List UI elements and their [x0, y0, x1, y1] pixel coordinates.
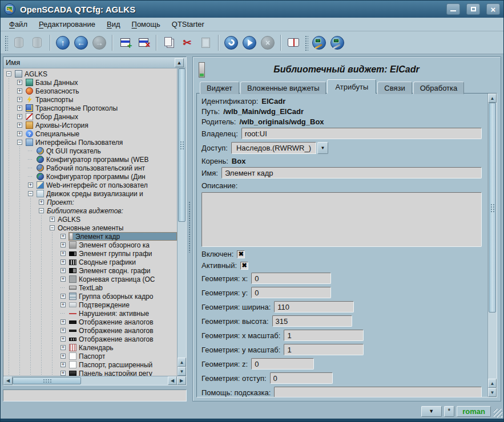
access-select[interactable]: Наследов.(RWRWR_) — [231, 142, 328, 154]
tree-vscroll-thumb[interactable] — [178, 68, 186, 222]
close-button[interactable]: × — [486, 3, 500, 15]
expand-expander-icon[interactable]: + — [61, 259, 66, 265]
tree-item[interactable]: −Основные элементы — [3, 224, 177, 232]
geom-y-input[interactable] — [251, 287, 331, 298]
name-input[interactable] — [221, 167, 482, 178]
expand-expander-icon[interactable]: + — [17, 80, 22, 85]
expand-expander-icon[interactable]: + — [39, 200, 44, 205]
menu-item[interactable]: Помощь — [127, 19, 166, 30]
expand-expander-icon[interactable]: + — [61, 294, 66, 299]
expand-expander-icon[interactable]: + — [28, 182, 33, 188]
collapse-expander-icon[interactable]: − — [6, 71, 11, 76]
expand-expander-icon[interactable]: + — [17, 105, 22, 111]
form-vscroll-thumb[interactable] — [489, 103, 496, 313]
cut-button[interactable]: ✂ — [178, 34, 196, 52]
expand-expander-icon[interactable]: + — [61, 336, 66, 342]
tree-item[interactable]: +Календарь — [3, 343, 177, 352]
go-back-button[interactable]: ← — [72, 34, 90, 52]
tab-обработка[interactable]: Обработка — [413, 82, 465, 94]
tree-scroll-down-button[interactable] — [178, 367, 186, 376]
owner-input[interactable] — [241, 128, 482, 139]
tree-item[interactable]: +AGLKS — [3, 215, 177, 224]
tree-item[interactable]: −AGLKS — [3, 70, 177, 78]
tree-item[interactable]: +Web-интерфейс от пользовател — [3, 181, 177, 189]
expand-expander-icon[interactable]: + — [17, 131, 22, 136]
tree-item[interactable]: +Безопасность — [3, 87, 177, 95]
expand-expander-icon[interactable]: + — [61, 354, 66, 359]
tab-атрибуты[interactable]: Атрибуты — [327, 79, 376, 94]
tree-item[interactable]: +Панель настройки регу — [3, 369, 177, 376]
expand-expander-icon[interactable]: + — [17, 123, 22, 128]
geom-width-input[interactable] — [274, 301, 354, 313]
tree-item[interactable]: +Сводные графики — [3, 258, 177, 266]
tree-item[interactable]: +Группа обзорных кадро — [3, 292, 177, 301]
chevron-down-icon[interactable] — [317, 142, 328, 154]
refresh-button[interactable] — [222, 34, 240, 52]
form-scroll-down-button[interactable] — [488, 388, 497, 397]
tree-item[interactable]: Конфигуратор программы (WEB — [3, 155, 177, 164]
expand-expander-icon[interactable]: + — [61, 371, 66, 376]
tree-item[interactable]: −Интерфейсы Пользователя — [3, 138, 177, 147]
tab-связи[interactable]: Связи — [377, 82, 412, 94]
tree-status-line[interactable] — [3, 389, 187, 401]
expand-expander-icon[interactable]: + — [17, 114, 22, 119]
geom-z-input[interactable] — [251, 358, 314, 370]
item-add-button[interactable]: + — [116, 34, 134, 52]
geom-xscale-input[interactable] — [284, 330, 364, 341]
tree-item[interactable]: +Элемент обзорного ка — [3, 241, 177, 249]
expand-expander-icon[interactable]: + — [61, 319, 66, 324]
menu-item[interactable]: Вид — [102, 19, 126, 30]
expand-expander-icon[interactable]: + — [61, 277, 66, 282]
sort-indicator-icon[interactable] — [175, 58, 184, 67]
maximize-button[interactable] — [466, 3, 480, 15]
item-delete-button[interactable]: × — [134, 34, 152, 52]
collapse-expander-icon[interactable]: − — [39, 208, 44, 213]
geom-yscale-input[interactable] — [284, 344, 364, 355]
tree-item[interactable]: Qt GUI пускатель — [3, 147, 177, 155]
tree-item[interactable]: Конфигуратор программы (Дин — [3, 172, 177, 181]
geom-height-input[interactable] — [272, 315, 352, 327]
tree-item[interactable]: +Отображение аналогов — [3, 335, 177, 343]
tree-item[interactable]: −Библиотека виджетов: — [3, 206, 177, 215]
tree-item[interactable]: −Движок среды визуализации и — [3, 189, 177, 198]
geom-margin-input[interactable] — [270, 372, 333, 384]
form-scroll-up-button[interactable] — [488, 94, 497, 103]
menu-item[interactable]: QTStarter — [167, 19, 209, 30]
tree-item[interactable]: +Элемент сводн. графи — [3, 266, 177, 275]
help-tooltip-input[interactable] — [274, 387, 482, 397]
tree-scroll-left2-button[interactable] — [168, 376, 177, 385]
tree-item[interactable]: TextLab — [3, 283, 177, 292]
tab-виджет[interactable]: Виджет — [200, 82, 239, 94]
tree-hscroll-thumb[interactable] — [13, 377, 81, 384]
tab-вложенные-виджеты[interactable]: Вложенные виджеты — [240, 82, 326, 94]
tree-scroll-up-button[interactable] — [178, 358, 186, 367]
tree-scroll-right-button[interactable] — [177, 376, 186, 385]
description-textarea[interactable] — [201, 192, 482, 247]
tree-item[interactable]: +Элемент кадр — [3, 232, 177, 241]
start-periodic-update-button[interactable] — [240, 34, 259, 52]
tree-hscroll-track[interactable] — [13, 376, 168, 385]
tree-item[interactable]: +Проект: — [3, 198, 177, 206]
toolbar-handle[interactable] — [304, 35, 308, 51]
collapse-expander-icon[interactable]: − — [50, 225, 55, 230]
resize-grip[interactable] — [494, 409, 502, 417]
status-dropdown-button[interactable] — [421, 406, 442, 417]
tree-scroll-left-button[interactable] — [3, 376, 13, 385]
tree-item[interactable]: +Подтверждение — [3, 301, 177, 309]
tree-item[interactable]: +Транспортные Протоколы — [3, 104, 177, 112]
menu-item[interactable]: Редактирование — [34, 19, 100, 30]
tree-item[interactable]: +Транспорты — [3, 95, 177, 104]
toolbar-handle[interactable] — [4, 35, 8, 51]
tree-item[interactable]: Нарушения: активные — [3, 309, 177, 318]
expand-expander-icon[interactable]: + — [61, 251, 66, 256]
expand-expander-icon[interactable]: + — [50, 217, 55, 222]
expand-expander-icon[interactable]: + — [61, 328, 66, 333]
tree-horizontal-scrollbar[interactable] — [3, 376, 186, 385]
vision-starter-button[interactable] — [328, 34, 346, 52]
tree-item[interactable]: +Сбор Данных — [3, 112, 177, 121]
tree-item[interactable]: Рабочий пользовательский инт — [3, 164, 177, 172]
expand-expander-icon[interactable]: + — [17, 97, 22, 102]
expand-expander-icon[interactable]: + — [61, 242, 66, 247]
modified-indicator-button[interactable]: * — [444, 406, 455, 417]
form-vertical-scrollbar[interactable] — [487, 94, 497, 397]
